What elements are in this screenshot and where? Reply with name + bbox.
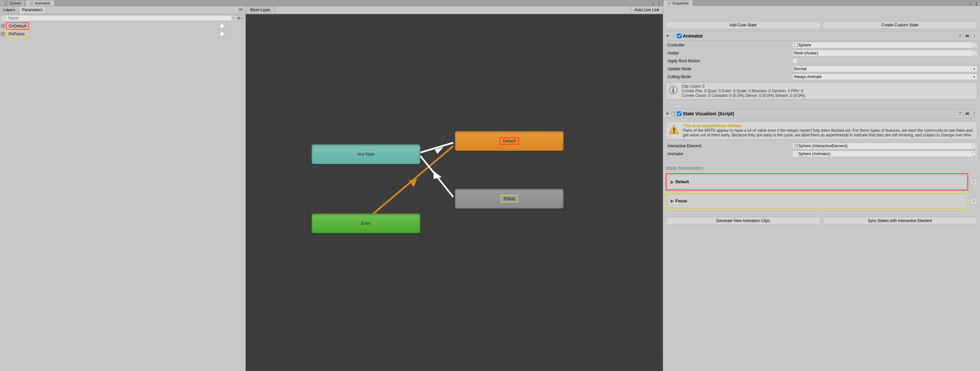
- lock-icon[interactable]: [968, 2, 972, 6]
- help-icon[interactable]: ?: [957, 111, 963, 117]
- foldout-icon[interactable]: ▼: [666, 33, 670, 38]
- sync-states-button[interactable]: Sync States with Interactive Element: [822, 217, 977, 225]
- parameter-label: OnDefault: [6, 22, 29, 30]
- animator-panel: Scene Animator Layers Parameters: [0, 0, 663, 371]
- foldout-icon[interactable]: ▶: [671, 180, 674, 184]
- svg-line-6: [30, 2, 32, 3]
- layer-breadcrumb[interactable]: Base Layer: [246, 6, 275, 14]
- scene-icon: [4, 1, 8, 5]
- panel-menu-icon[interactable]: [657, 1, 662, 6]
- component-enable-checkbox[interactable]: [677, 33, 682, 38]
- foldout-icon[interactable]: ▶: [671, 199, 674, 203]
- lock-icon[interactable]: [651, 2, 655, 6]
- clip-count-text: Clip Count: 0: [682, 84, 805, 89]
- generate-clips-button[interactable]: Generate New Animation Clips: [666, 217, 821, 225]
- svg-rect-36: [966, 113, 967, 115]
- help-icon[interactable]: ?: [957, 33, 963, 39]
- svg-line-24: [672, 35, 674, 36]
- apply-root-label: Apply Root Motion: [666, 59, 791, 63]
- parameter-value-toggle[interactable]: [220, 32, 224, 36]
- culling-mode-label: Culling Mode: [666, 75, 791, 79]
- script-icon: #: [671, 111, 676, 116]
- update-mode-dropdown[interactable]: Normal: [792, 65, 977, 72]
- transition-lines: [246, 14, 663, 371]
- controller-field[interactable]: Sphere: [792, 42, 977, 48]
- animator-ref-field[interactable]: Sphere (Animator): [792, 151, 977, 157]
- svg-rect-41: [673, 132, 675, 133]
- parameter-row-onfocus[interactable]: ≡ OnFocus: [0, 30, 245, 38]
- state-anim-label: Default: [676, 180, 689, 184]
- drag-handle-icon[interactable]: ≡: [1, 24, 5, 28]
- clip-info-box: Clip Count: 0 Curves Pos: 0 Quat: 0 Eule…: [666, 82, 977, 100]
- foldout-icon[interactable]: ▼: [666, 111, 670, 116]
- apply-root-checkbox[interactable]: [792, 58, 797, 64]
- tab-scene[interactable]: Scene: [0, 0, 25, 6]
- preset-icon[interactable]: [964, 33, 970, 39]
- svg-rect-0: [5, 1, 8, 5]
- interactive-element-field[interactable]: # Sphere (InteractiveElement): [792, 143, 977, 149]
- graph-canvas[interactable]: Any State Entry Default Focus: [246, 14, 663, 371]
- subtab-layers[interactable]: Layers: [0, 6, 19, 14]
- node-focus[interactable]: Focus: [455, 189, 564, 209]
- component-enable-checkbox[interactable]: [677, 111, 682, 116]
- svg-rect-38: [968, 113, 969, 115]
- warning-icon: [668, 124, 680, 135]
- update-mode-value: Normal: [794, 67, 807, 71]
- object-picker-icon[interactable]: [972, 151, 976, 156]
- component-header-animator[interactable]: ▼ Animator ? ⋮: [666, 31, 977, 41]
- remove-state-button[interactable]: −: [970, 198, 977, 204]
- visibility-icon[interactable]: [237, 6, 244, 13]
- component-title: Animator: [683, 33, 703, 38]
- state-animation-default[interactable]: ▶Default: [667, 175, 967, 189]
- update-mode-label: Update Mode: [666, 67, 791, 71]
- svg-point-32: [673, 87, 674, 89]
- remove-state-button[interactable]: −: [970, 178, 977, 185]
- left-tabs: Scene Animator: [0, 0, 663, 6]
- tab-animator[interactable]: Animator: [25, 0, 55, 6]
- warning-body: Parts of the MRTK appear to have a lot o…: [683, 128, 973, 137]
- svg-point-11: [4, 16, 6, 18]
- preset-icon[interactable]: [964, 111, 970, 117]
- panel-menu-icon[interactable]: [974, 1, 979, 6]
- svg-point-10: [240, 9, 242, 10]
- svg-marker-17: [434, 171, 442, 179]
- node-default[interactable]: Default: [455, 131, 564, 151]
- node-label: Focus: [501, 195, 518, 202]
- tab-inspector[interactable]: Inspector: [663, 0, 693, 6]
- add-parameter-button[interactable]: [234, 15, 244, 21]
- context-menu-icon[interactable]: ⋮: [971, 111, 977, 117]
- parameter-search-input[interactable]: Name: [1, 15, 232, 21]
- animator-ref-label: Animator: [666, 151, 791, 156]
- svg-rect-40: [673, 128, 675, 131]
- object-picker-icon[interactable]: [972, 144, 976, 148]
- component-header-statevisualizer[interactable]: ▼ # State Visualizer (Script) ? ⋮: [666, 109, 977, 119]
- node-entry[interactable]: Entry: [312, 213, 420, 233]
- drag-handle-icon[interactable]: ≡: [1, 32, 5, 36]
- add-core-state-button[interactable]: Add Core State: [666, 21, 821, 29]
- parameter-row-ondefault[interactable]: ≡ OnDefault: [0, 22, 245, 30]
- context-menu-icon[interactable]: ⋮: [971, 33, 977, 39]
- svg-line-25: [672, 36, 674, 37]
- svg-line-7: [30, 3, 32, 4]
- object-picker-icon[interactable]: [972, 51, 976, 55]
- culling-mode-value: Always Animate: [794, 75, 822, 79]
- node-label: Default: [500, 137, 519, 145]
- avatar-field[interactable]: None (Avatar): [792, 50, 977, 56]
- node-any-state[interactable]: Any State: [312, 144, 420, 164]
- svg-rect-28: [968, 35, 969, 37]
- create-custom-state-button[interactable]: Create Custom State: [822, 21, 977, 29]
- script-asset-icon: #: [794, 144, 799, 148]
- object-picker-icon[interactable]: [972, 43, 976, 48]
- parameter-value-toggle[interactable]: [220, 24, 224, 28]
- search-placeholder: Name: [8, 16, 19, 21]
- avatar-value: None (Avatar): [794, 51, 818, 55]
- auto-live-link-button[interactable]: Auto Live Link: [631, 6, 662, 14]
- interactive-element-value: Sphere (InteractiveElement): [799, 144, 848, 148]
- state-animation-focus[interactable]: ▶Focus: [667, 194, 967, 208]
- culling-mode-dropdown[interactable]: Always Animate: [792, 73, 977, 80]
- svg-rect-8: [652, 4, 654, 5]
- subtab-parameters[interactable]: Parameters: [19, 6, 46, 14]
- svg-rect-20: [969, 4, 971, 5]
- animator-component-icon: [671, 33, 676, 38]
- experimental-warning: This is an experimental feature. Parts o…: [666, 121, 977, 140]
